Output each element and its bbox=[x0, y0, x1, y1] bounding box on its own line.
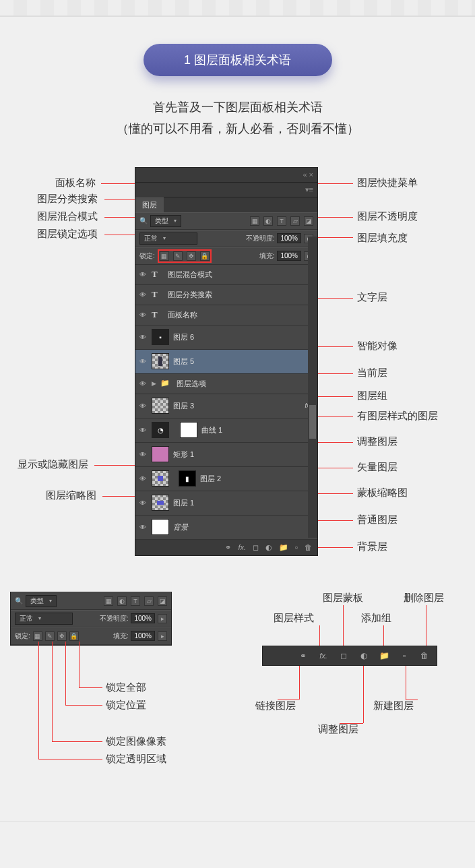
adjust-icon[interactable]: ◐ bbox=[265, 543, 272, 552]
section-badge: 1 图层面板相关术语 bbox=[144, 44, 332, 76]
folder-icon: 📁 bbox=[160, 379, 172, 388]
leader-line bbox=[52, 741, 102, 742]
filter-smart-icon[interactable]: ◪ bbox=[158, 596, 167, 606]
layers-list: 👁 T 图层混合模式 👁 T 图层分类搜索 👁 T 面板名称 👁 ▪ bbox=[135, 265, 317, 540]
visibility-icon[interactable]: 👁 bbox=[138, 379, 148, 388]
visibility-icon[interactable]: 👁 bbox=[138, 450, 148, 459]
visibility-icon[interactable]: 👁 bbox=[138, 401, 148, 410]
layer-row[interactable]: 👁 ▪ 图层 6 bbox=[135, 326, 317, 350]
panel-bottom-toolbar: ⚭ fx. ◻ ◐ 📁 ▫ 🗑 bbox=[135, 540, 317, 555]
panel-menu-icon[interactable]: ▾≡ bbox=[305, 185, 313, 194]
leader-line bbox=[319, 625, 320, 646]
layer-row[interactable]: 👁 T 图层分类搜索 bbox=[135, 285, 317, 305]
layer-row[interactable]: 👁 ▮ 图层 2 🔒 bbox=[135, 467, 317, 491]
trash-icon[interactable]: 🗑 bbox=[305, 543, 312, 552]
lock-pos-icon[interactable]: ✥ bbox=[57, 631, 67, 641]
mask-icon[interactable]: ◻ bbox=[338, 650, 349, 661]
fill-value[interactable]: 100% bbox=[277, 251, 301, 261]
scroll-thumb[interactable] bbox=[309, 405, 316, 439]
link-icon[interactable]: ⚭ bbox=[298, 650, 309, 661]
trash-icon[interactable]: 🗑 bbox=[419, 650, 430, 661]
callout-normal: 普通图层 bbox=[357, 514, 398, 526]
new-layer-icon[interactable]: ▫ bbox=[295, 543, 298, 552]
visibility-icon[interactable]: 👁 bbox=[138, 332, 148, 342]
visibility-icon[interactable]: 👁 bbox=[138, 498, 148, 507]
visibility-icon[interactable]: 👁 bbox=[138, 290, 148, 299]
callout-group: 图层组 bbox=[357, 390, 387, 402]
layer-group-row[interactable]: 👁 ▶ 📁 图层选项 bbox=[135, 374, 317, 394]
filter-text-icon[interactable]: T bbox=[131, 596, 140, 606]
folder-icon[interactable]: 📁 bbox=[279, 543, 288, 552]
lock-pixels-icon[interactable]: ✎ bbox=[45, 631, 55, 641]
callout-styled: 有图层样式的图层 bbox=[357, 410, 438, 423]
arrow-icon[interactable]: ▸ bbox=[158, 631, 167, 641]
fx-icon[interactable]: fx. bbox=[238, 543, 246, 552]
layer-row[interactable]: 👁 背景 🔒 bbox=[135, 516, 317, 540]
search-icon: 🔍 bbox=[15, 597, 23, 604]
filter-icons: ▦ ◐ T ▱ ◪ bbox=[250, 216, 313, 226]
lock-pixels-icon[interactable]: ✎ bbox=[173, 251, 183, 261]
leader-line bbox=[383, 625, 384, 646]
adjust-icon: ◔ bbox=[152, 422, 169, 438]
filter-adjust-icon[interactable]: ◐ bbox=[263, 216, 273, 226]
collapse-icon[interactable]: « × bbox=[303, 170, 313, 179]
tab-layers[interactable]: 图层 bbox=[135, 197, 164, 212]
layer-thumbnail bbox=[152, 446, 169, 462]
blend-mode-dropdown[interactable]: 正常 bbox=[15, 613, 73, 625]
layer-row[interactable]: 👁 T 图层混合模式 bbox=[135, 265, 317, 285]
arrow-icon[interactable]: ▸ bbox=[158, 614, 167, 623]
layers-panel: « × ▾≡ 图层 🔍 类型 ▦ ◐ T ▱ ◪ 正 bbox=[135, 167, 318, 556]
layer-type-filter-dropdown[interactable]: 类型 bbox=[150, 215, 181, 227]
leader-line bbox=[79, 642, 80, 687]
lock-all-icon[interactable]: 🔒 bbox=[200, 251, 210, 261]
panel-window-controls: « × bbox=[135, 168, 317, 183]
leader-line bbox=[101, 183, 138, 184]
intro-text: 首先普及一下图层面板相关术语 （懂的可以不用看，新人必看，否则看不懂） bbox=[0, 96, 475, 140]
visibility-icon[interactable]: 👁 bbox=[138, 270, 148, 279]
layer-row[interactable]: 👁 ◔ 曲线 1 bbox=[135, 418, 317, 443]
visibility-icon[interactable]: 👁 bbox=[138, 356, 148, 366]
layer-row[interactable]: 👁 矩形 1 bbox=[135, 443, 317, 467]
lock-trans-icon[interactable]: ▦ bbox=[33, 631, 42, 641]
new-layer-icon[interactable]: ▫ bbox=[399, 650, 410, 661]
layer-row-selected[interactable]: 👁 图层 5 bbox=[135, 350, 317, 374]
blend-mode-dropdown[interactable]: 正常 bbox=[139, 232, 197, 245]
callout-panel-name: 面板名称 bbox=[55, 177, 96, 189]
filter-shape-icon[interactable]: ▱ bbox=[144, 596, 154, 606]
filter-shape-icon[interactable]: ▱ bbox=[290, 216, 300, 226]
mask-icon[interactable]: ◻ bbox=[253, 543, 259, 552]
filter-text-icon[interactable]: T bbox=[277, 216, 286, 226]
layer-name: 图层混合模式 bbox=[168, 270, 212, 280]
lock-pos-icon[interactable]: ✥ bbox=[187, 251, 196, 261]
blend-row: 正常 不透明度: 100% ▸ bbox=[11, 610, 171, 627]
lock-all-icon[interactable]: 🔒 bbox=[69, 631, 79, 641]
filter-pixel-icon[interactable]: ▦ bbox=[104, 596, 113, 606]
visibility-icon[interactable]: 👁 bbox=[138, 474, 148, 483]
fill-value[interactable]: 100% bbox=[131, 631, 155, 641]
visibility-icon[interactable]: 👁 bbox=[138, 522, 148, 532]
visibility-icon[interactable]: 👁 bbox=[138, 310, 148, 319]
filter-smart-icon[interactable]: ◪ bbox=[304, 216, 313, 226]
layer-row[interactable]: 👁 图层 1 bbox=[135, 491, 317, 516]
folder-icon[interactable]: 📁 bbox=[379, 650, 389, 661]
leader-line bbox=[406, 700, 418, 700]
expand-icon[interactable]: ▶ bbox=[152, 380, 156, 387]
filter-pixel-icon[interactable]: ▦ bbox=[250, 216, 259, 226]
search-icon: 🔍 bbox=[139, 217, 148, 224]
lock-trans-icon[interactable]: ▦ bbox=[160, 251, 169, 261]
fx-icon[interactable]: fx. bbox=[318, 650, 329, 661]
scrollbar[interactable] bbox=[308, 237, 317, 538]
opacity-value[interactable]: 100% bbox=[131, 613, 155, 623]
adjust-icon[interactable]: ◐ bbox=[358, 650, 369, 661]
layer-row[interactable]: 👁 T 面板名称 bbox=[135, 305, 317, 326]
link-icon[interactable]: ⚭ bbox=[225, 543, 231, 552]
layer-row[interactable]: 👁 图层 3 fx ▾ bbox=[135, 394, 317, 418]
layer-thumbnail bbox=[152, 398, 169, 414]
leader-line bbox=[79, 687, 102, 688]
visibility-icon[interactable]: 👁 bbox=[138, 425, 148, 435]
filter-adjust-icon[interactable]: ◐ bbox=[117, 596, 127, 606]
leader-line bbox=[278, 700, 299, 700]
layer-thumbnail bbox=[152, 519, 169, 535]
opacity-value[interactable]: 100% bbox=[277, 233, 301, 243]
layer-type-filter-dropdown[interactable]: 类型 bbox=[26, 595, 57, 607]
